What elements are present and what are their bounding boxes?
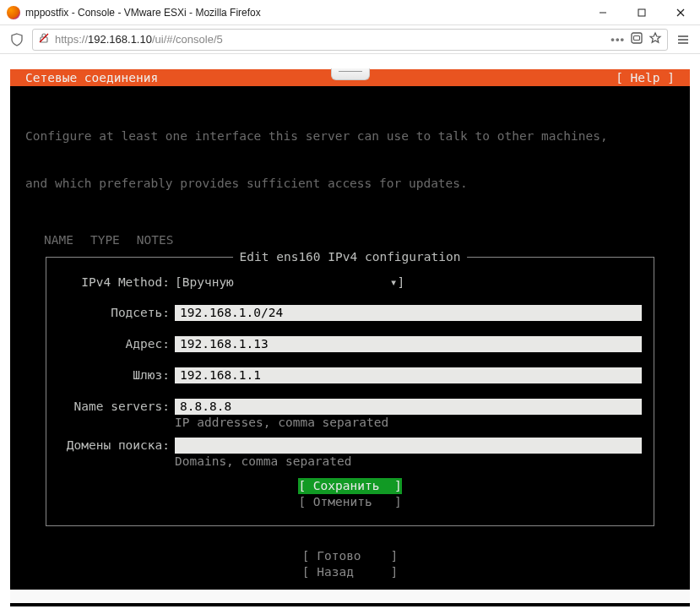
window-minimize[interactable] <box>583 0 622 25</box>
label-searchdomains: Домены поиска: <box>58 438 175 454</box>
done-button[interactable]: [ Готово ] <box>302 548 399 564</box>
save-button[interactable]: [ Сохранить ] <box>298 478 401 494</box>
dialog-title: Edit ens160 IPv4 configuration <box>233 249 468 265</box>
col-name: NAME <box>44 232 73 248</box>
window-title: mppostfix - Console - VMware ESXi - Mozi… <box>25 7 583 19</box>
url-text: https://192.168.1.10/ui/#/console/5 <box>55 33 605 46</box>
tracking-shield-icon[interactable] <box>5 29 29 51</box>
label-address: Адрес: <box>58 336 175 352</box>
console-handle-icon[interactable] <box>331 68 370 80</box>
url-bar: https://192.168.1.10/ui/#/console/5 ••• <box>0 25 700 54</box>
window-controls <box>583 0 700 25</box>
label-gateway: Шлюз: <box>58 367 175 383</box>
cancel-button[interactable]: [ Отменить ] <box>298 494 401 510</box>
reader-mode-icon[interactable] <box>630 31 643 47</box>
help-button[interactable]: [ Help ] <box>616 70 675 86</box>
bookmark-star-icon[interactable] <box>648 31 662 47</box>
footer-buttons: [ Готово ] [ Назад ] <box>10 548 690 580</box>
row-method: IPv4 Method: [ Вручную▾ ] <box>58 275 642 291</box>
window-maximize[interactable] <box>622 0 661 25</box>
row-address: Адрес: 192.168.1.13 <box>58 336 642 352</box>
col-notes: NOTES <box>137 232 174 248</box>
firefox-icon <box>7 6 20 19</box>
browser-status-bar <box>10 590 690 603</box>
window-close[interactable] <box>661 0 700 25</box>
console-viewport: Сетевые соединения [ Help ] Configure at… <box>10 69 690 606</box>
intro-text: Configure at least one interface this se… <box>10 86 690 224</box>
chevron-down-icon: ▾ <box>390 275 398 291</box>
row-gateway: Шлюз: 192.168.1.1 <box>58 367 642 383</box>
svg-rect-6 <box>632 33 642 43</box>
page-title: Сетевые соединения <box>25 70 158 86</box>
ipv4-method-select[interactable]: [ Вручную▾ ] <box>175 275 642 291</box>
lock-icon <box>38 32 50 46</box>
row-searchdomains: Домены поиска: Domains, comma separated <box>58 438 642 470</box>
row-subnet: Подсеть: 192.168.1.0/24 <box>58 305 642 321</box>
svg-rect-1 <box>638 9 645 16</box>
subnet-input[interactable]: 192.168.1.0/24 <box>175 305 642 321</box>
searchdomains-hint: Domains, comma separated <box>175 454 642 470</box>
label-method: IPv4 Method: <box>58 275 175 291</box>
nameservers-input[interactable]: 8.8.8.8 <box>175 399 642 415</box>
address-input[interactable]: 192.168.1.13 <box>175 336 642 352</box>
svg-rect-7 <box>634 36 640 41</box>
label-subnet: Подсеть: <box>58 305 175 321</box>
nameservers-hint: IP addresses, comma separated <box>175 415 642 431</box>
window-titlebar: mppostfix - Console - VMware ESXi - Mozi… <box>0 0 700 25</box>
searchdomains-input[interactable] <box>175 438 642 454</box>
label-nameservers: Name servers: <box>58 399 175 415</box>
row-nameservers: Name servers: 8.8.8.8 IP addresses, comm… <box>58 399 642 431</box>
url-more-icon[interactable]: ••• <box>610 33 625 46</box>
url-input[interactable]: https://192.168.1.10/ui/#/console/5 ••• <box>32 29 668 51</box>
col-type: TYPE <box>90 232 120 248</box>
gateway-input[interactable]: 192.168.1.1 <box>175 367 642 383</box>
hamburger-menu-icon[interactable] <box>671 29 695 51</box>
ipv4-config-dialog: Edit ens160 IPv4 configuration IPv4 Meth… <box>46 257 654 526</box>
back-button[interactable]: [ Назад ] <box>302 564 399 580</box>
